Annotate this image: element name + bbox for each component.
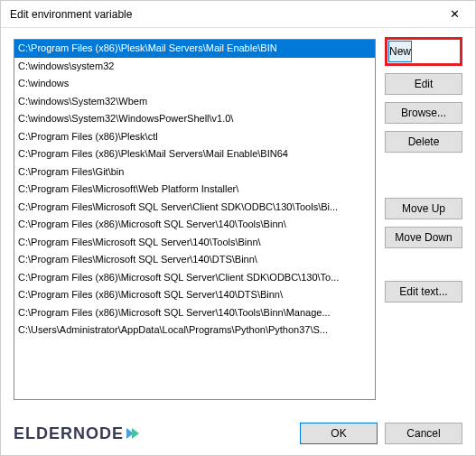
list-item[interactable]: C:\Program Files\Microsoft SQL Server\14…: [14, 234, 375, 252]
list-item[interactable]: C:\Program Files (x86)\Microsoft SQL Ser…: [14, 269, 375, 287]
list-item[interactable]: C:\Program Files (x86)\Plesk\Mail Server…: [14, 145, 375, 163]
spacer: [385, 160, 462, 198]
titlebar: Edit environment variable ✕: [1, 1, 475, 28]
list-item[interactable]: C:\Program Files\Git\bin: [14, 163, 375, 181]
list-item[interactable]: C:\Program Files\Microsoft SQL Server\14…: [14, 251, 375, 269]
close-icon: ✕: [450, 7, 460, 21]
side-button-column: New Edit Browse... Delete Move Up Move D…: [385, 39, 462, 415]
list-item[interactable]: C:\Program Files\Microsoft\Web Platform …: [14, 181, 375, 199]
move-up-button[interactable]: Move Up: [385, 198, 462, 219]
spacer: [385, 256, 462, 281]
edit-button[interactable]: Edit: [385, 73, 462, 95]
list-item[interactable]: C:\windows\System32\Wbem: [14, 93, 375, 111]
delete-button[interactable]: Delete: [385, 131, 462, 153]
logo-triangles-icon: [126, 428, 139, 439]
list-item[interactable]: C:\Program Files (x86)\Microsoft SQL Ser…: [14, 216, 375, 234]
path-listbox[interactable]: C:\Program Files (x86)\Plesk\Mail Server…: [14, 39, 376, 400]
list-item[interactable]: C:\windows: [14, 75, 375, 93]
watermark-logo: ELDERNODE: [14, 424, 139, 443]
list-item[interactable]: C:\windows\System32\WindowsPowerShell\v1…: [14, 110, 375, 128]
ok-button[interactable]: OK: [300, 423, 378, 444]
list-item[interactable]: C:\windows\system32: [14, 58, 375, 76]
list-item[interactable]: C:\Program Files\Microsoft SQL Server\Cl…: [14, 199, 375, 217]
dialog-content: C:\Program Files (x86)\Plesk\Mail Server…: [1, 28, 475, 415]
edit-text-button[interactable]: Edit text...: [385, 281, 462, 302]
list-item[interactable]: C:\Program Files (x86)\Microsoft SQL Ser…: [14, 286, 375, 304]
list-item[interactable]: C:\Program Files (x86)\Plesk\ctl: [14, 128, 375, 146]
window-title: Edit environment variable: [10, 8, 132, 21]
new-button[interactable]: New: [388, 41, 412, 62]
footer-buttons: OK Cancel: [300, 423, 462, 444]
move-down-button[interactable]: Move Down: [385, 227, 462, 248]
list-item[interactable]: C:\Users\Administrator\AppData\Local\Pro…: [14, 321, 375, 340]
cancel-button[interactable]: Cancel: [385, 423, 462, 444]
dialog-footer: ELDERNODE OK Cancel: [1, 415, 475, 455]
list-item[interactable]: C:\Program Files (x86)\Plesk\Mail Server…: [14, 40, 375, 58]
list-item[interactable]: C:\Program Files (x86)\Microsoft SQL Ser…: [14, 304, 375, 322]
close-button[interactable]: ✕: [434, 1, 475, 27]
browse-button[interactable]: Browse...: [385, 102, 462, 124]
new-button-highlight: New: [385, 37, 462, 66]
logo-text: ELDERNODE: [14, 424, 124, 443]
